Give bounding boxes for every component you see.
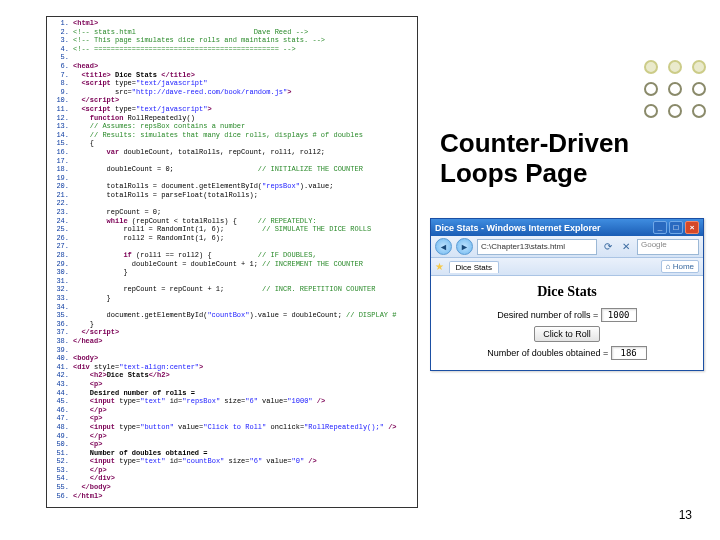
code-line: 32. repCount = repCount + 1; // INCR. RE… (51, 285, 413, 294)
input-doubles[interactable]: 186 (611, 346, 647, 360)
code-line: 23. repCount = 0; (51, 208, 413, 217)
browser-window: Dice Stats - Windows Internet Explorer _… (430, 218, 704, 371)
code-line: 29. doubleCount = doubleCount + 1; // IN… (51, 260, 413, 269)
code-line: 26. roll2 = RandomInt(1, 6); (51, 234, 413, 243)
code-line: 25. roll1 = RandomInt(1, 6); // SIMULATE… (51, 225, 413, 234)
code-line: 37. </script> (51, 328, 413, 337)
code-line: 49. </p> (51, 432, 413, 441)
code-line: 8. <script type="text/javascript" (51, 79, 413, 88)
slide-title: Counter-Driven Loops Page (440, 128, 629, 188)
code-line: 39. (51, 346, 413, 355)
home-button[interactable]: ⌂ Home (661, 260, 699, 273)
browser-titlebar: Dice Stats - Windows Internet Explorer _… (431, 219, 703, 236)
decorative-dots (644, 60, 706, 126)
code-line: 51. Number of doubles obtained = (51, 449, 413, 458)
code-line: 1.<html> (51, 19, 413, 28)
code-line: 2.<!-- stats.html Dave Reed --> (51, 28, 413, 37)
code-line: 45. <input type="text" id="repsBox" size… (51, 397, 413, 406)
code-line: 53. </p> (51, 466, 413, 475)
code-line: 36. } (51, 320, 413, 329)
code-line: 12. function RollRepeatedly() (51, 114, 413, 123)
code-line: 15. { (51, 139, 413, 148)
code-line: 13. // Assumes: repsBox contains a numbe… (51, 122, 413, 131)
maximize-icon[interactable]: □ (669, 221, 683, 234)
page-number: 13 (679, 508, 692, 522)
code-line: 50. <p> (51, 440, 413, 449)
code-line: 22. (51, 199, 413, 208)
code-line: 6.<head> (51, 62, 413, 71)
code-line: 46. </p> (51, 406, 413, 415)
code-line: 28. if (roll1 == roll2) { // IF DOUBLES, (51, 251, 413, 260)
address-bar[interactable]: C:\Chapter13\stats.html (477, 239, 597, 255)
window-title: Dice Stats - Windows Internet Explorer (435, 223, 600, 233)
code-line: 54. </div> (51, 474, 413, 483)
code-line: 21. totalRolls = parseFloat(totalRolls); (51, 191, 413, 200)
label-doubles: Number of doubles obtained = (487, 348, 608, 358)
input-rolls[interactable]: 1000 (601, 308, 637, 322)
title-line-2: Loops Page (440, 158, 629, 188)
browser-tabbar: ★ Dice Stats ⌂ Home (431, 258, 703, 276)
title-line-1: Counter-Driven (440, 128, 629, 158)
code-line: 44. Desired number of rolls = (51, 389, 413, 398)
code-line: 33. } (51, 294, 413, 303)
roll-button[interactable]: Click to Roll (534, 326, 600, 342)
code-line: 17. (51, 157, 413, 166)
code-line: 16. var doubleCount, totalRolls, repCoun… (51, 148, 413, 157)
code-line: 34. (51, 303, 413, 312)
code-line: 14. // Results: simulates that many dice… (51, 131, 413, 140)
code-line: 43. <p> (51, 380, 413, 389)
code-line: 20. totalRolls = document.getElementById… (51, 182, 413, 191)
search-box[interactable]: Google (637, 239, 699, 255)
home-icon: ⌂ (666, 262, 671, 271)
code-line: 55. </body> (51, 483, 413, 492)
code-listing: 1.<html>2.<!-- stats.html Dave Reed -->3… (47, 17, 417, 502)
code-line: 4.<!-- =================================… (51, 45, 413, 54)
code-line: 9. src="http://dave-reed.com/book/random… (51, 88, 413, 97)
code-line: 5. (51, 53, 413, 62)
code-line: 56.</html> (51, 492, 413, 501)
code-line: 31. (51, 277, 413, 286)
favorites-icon[interactable]: ★ (435, 261, 444, 272)
stop-icon[interactable]: ✕ (619, 240, 633, 254)
page-heading: Dice Stats (437, 284, 697, 300)
code-line: 10. </script> (51, 96, 413, 105)
code-line: 24. while (repCount < totalRolls) { // R… (51, 217, 413, 226)
code-line: 47. <p> (51, 414, 413, 423)
code-line: 42. <h2>Dice Stats</h2> (51, 371, 413, 380)
code-line: 7. <title> Dice Stats </title> (51, 71, 413, 80)
label-rolls: Desired number of rolls = (497, 310, 598, 320)
close-icon[interactable]: × (685, 221, 699, 234)
refresh-icon[interactable]: ⟳ (601, 240, 615, 254)
code-line: 27. (51, 242, 413, 251)
minimize-icon[interactable]: _ (653, 221, 667, 234)
back-icon[interactable]: ◄ (435, 238, 452, 255)
browser-toolbar: ◄ ► C:\Chapter13\stats.html ⟳ ✕ Google (431, 236, 703, 258)
code-line: 41.<div style="text-align:center"> (51, 363, 413, 372)
browser-tab[interactable]: Dice Stats (449, 261, 499, 273)
code-line: 30. } (51, 268, 413, 277)
code-line: 3.<!-- This page simulates dice rolls an… (51, 36, 413, 45)
code-line: 19. (51, 174, 413, 183)
browser-content: Dice Stats Desired number of rolls = 100… (431, 276, 703, 370)
code-listing-panel: 1.<html>2.<!-- stats.html Dave Reed -->3… (46, 16, 418, 508)
code-line: 40.<body> (51, 354, 413, 363)
code-line: 48. <input type="button" value="Click to… (51, 423, 413, 432)
forward-icon[interactable]: ► (456, 238, 473, 255)
code-line: 18. doubleCount = 0; // INITIALIZE THE C… (51, 165, 413, 174)
code-line: 38.</head> (51, 337, 413, 346)
code-line: 52. <input type="text" id="countBox" siz… (51, 457, 413, 466)
code-line: 11. <script type="text/javascript"> (51, 105, 413, 114)
code-line: 35. document.getElementById("countBox").… (51, 311, 413, 320)
